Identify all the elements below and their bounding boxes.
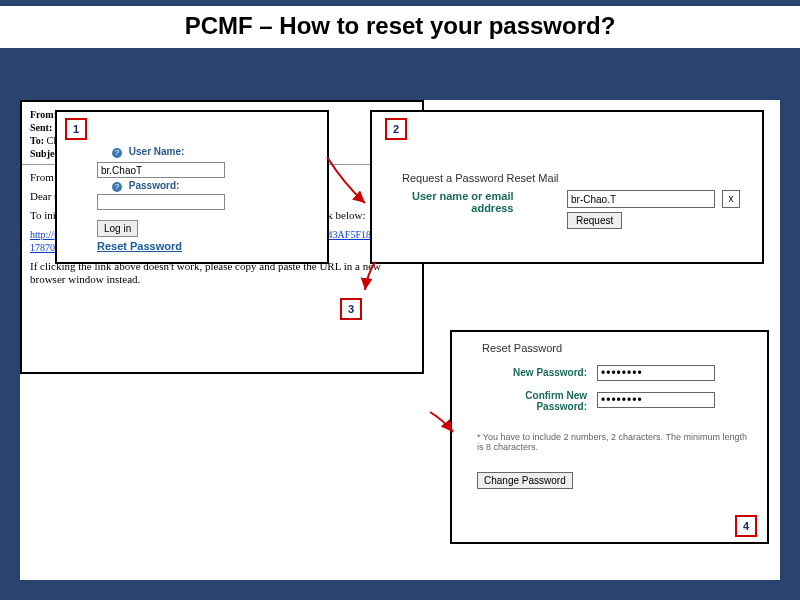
request-reset-panel: Request a Password Reset Mail User name … [370, 110, 764, 264]
username-label: ? User Name: [112, 146, 184, 158]
username-input[interactable] [97, 162, 225, 178]
username-or-email-input[interactable] [567, 190, 715, 208]
change-password-panel: Reset Password New Password: Confirm New… [450, 330, 769, 544]
arrow-1-to-2 [325, 155, 370, 210]
step-badge-4: 4 [735, 515, 757, 537]
new-password-input[interactable] [597, 365, 715, 381]
step-badge-3: 3 [340, 298, 362, 320]
step-badge-2: 2 [385, 118, 407, 140]
help-icon: ? [112, 182, 122, 192]
confirm-password-input[interactable] [597, 392, 715, 408]
clear-input-button[interactable]: x [722, 190, 740, 208]
login-button[interactable]: Log in [97, 220, 138, 237]
request-button[interactable]: Request [567, 212, 622, 229]
help-icon: ? [112, 148, 122, 158]
arrow-2-to-3 [355, 260, 385, 295]
request-heading: Request a Password Reset Mail [402, 172, 559, 184]
password-label: ? Password: [112, 180, 179, 192]
step-badge-1: 1 [65, 118, 87, 140]
slide-body: ? User Name: ? Password: Log in Reset Pa… [20, 100, 780, 580]
reset-heading: Reset Password [482, 342, 562, 354]
reset-password-link[interactable]: Reset Password [97, 240, 182, 252]
confirm-password-label: Confirm New Password: [467, 390, 587, 412]
slide-title: PCMF – How to reset your password? [0, 6, 800, 48]
login-panel: ? User Name: ? Password: Log in Reset Pa… [55, 110, 329, 264]
change-password-button[interactable]: Change Password [477, 472, 573, 489]
password-rule-note: * You have to include 2 numbers, 2 chara… [477, 432, 752, 452]
username-or-email-label: User name or email address [412, 190, 514, 214]
password-input[interactable] [97, 194, 225, 210]
arrow-3-to-4 [428, 410, 458, 440]
new-password-label: New Password: [467, 367, 587, 378]
